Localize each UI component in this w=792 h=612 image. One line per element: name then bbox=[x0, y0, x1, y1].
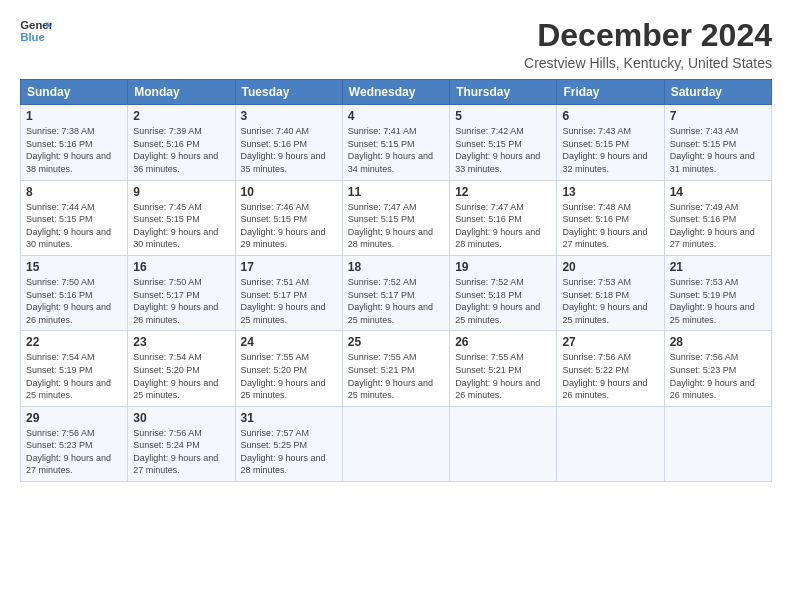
day-number: 30 bbox=[133, 411, 229, 425]
daylight-label: Daylight: 9 hours and 33 minutes. bbox=[455, 151, 540, 174]
calendar-cell bbox=[664, 406, 771, 481]
sunset-label: Sunset: 5:15 PM bbox=[670, 139, 737, 149]
sunset-label: Sunset: 5:17 PM bbox=[241, 290, 308, 300]
day-number: 11 bbox=[348, 185, 444, 199]
sunset-label: Sunset: 5:16 PM bbox=[562, 214, 629, 224]
daylight-label: Daylight: 9 hours and 25 minutes. bbox=[241, 302, 326, 325]
day-info: Sunrise: 7:40 AM Sunset: 5:16 PM Dayligh… bbox=[241, 125, 337, 175]
sunrise-label: Sunrise: 7:50 AM bbox=[133, 277, 202, 287]
calendar-cell: 5 Sunrise: 7:42 AM Sunset: 5:15 PM Dayli… bbox=[450, 105, 557, 180]
daylight-label: Daylight: 9 hours and 25 minutes. bbox=[26, 378, 111, 401]
day-info: Sunrise: 7:50 AM Sunset: 5:16 PM Dayligh… bbox=[26, 276, 122, 326]
sunset-label: Sunset: 5:15 PM bbox=[241, 214, 308, 224]
sunset-label: Sunset: 5:21 PM bbox=[348, 365, 415, 375]
day-info: Sunrise: 7:54 AM Sunset: 5:19 PM Dayligh… bbox=[26, 351, 122, 401]
calendar-cell: 28 Sunrise: 7:56 AM Sunset: 5:23 PM Dayl… bbox=[664, 331, 771, 406]
day-number: 18 bbox=[348, 260, 444, 274]
sunrise-label: Sunrise: 7:56 AM bbox=[562, 352, 631, 362]
calendar-cell bbox=[450, 406, 557, 481]
sunrise-label: Sunrise: 7:44 AM bbox=[26, 202, 95, 212]
sunrise-label: Sunrise: 7:56 AM bbox=[133, 428, 202, 438]
daylight-label: Daylight: 9 hours and 31 minutes. bbox=[670, 151, 755, 174]
day-number: 21 bbox=[670, 260, 766, 274]
main-title: December 2024 bbox=[524, 18, 772, 53]
day-info: Sunrise: 7:41 AM Sunset: 5:15 PM Dayligh… bbox=[348, 125, 444, 175]
svg-text:Blue: Blue bbox=[20, 31, 45, 43]
daylight-label: Daylight: 9 hours and 27 minutes. bbox=[670, 227, 755, 250]
calendar-cell: 20 Sunrise: 7:53 AM Sunset: 5:18 PM Dayl… bbox=[557, 255, 664, 330]
day-info: Sunrise: 7:56 AM Sunset: 5:24 PM Dayligh… bbox=[133, 427, 229, 477]
sunrise-label: Sunrise: 7:47 AM bbox=[455, 202, 524, 212]
day-number: 14 bbox=[670, 185, 766, 199]
col-tuesday: Tuesday bbox=[235, 80, 342, 105]
day-info: Sunrise: 7:43 AM Sunset: 5:15 PM Dayligh… bbox=[670, 125, 766, 175]
calendar-cell: 14 Sunrise: 7:49 AM Sunset: 5:16 PM Dayl… bbox=[664, 180, 771, 255]
day-info: Sunrise: 7:48 AM Sunset: 5:16 PM Dayligh… bbox=[562, 201, 658, 251]
day-number: 27 bbox=[562, 335, 658, 349]
calendar-cell: 16 Sunrise: 7:50 AM Sunset: 5:17 PM Dayl… bbox=[128, 255, 235, 330]
sunset-label: Sunset: 5:17 PM bbox=[348, 290, 415, 300]
sunset-label: Sunset: 5:18 PM bbox=[562, 290, 629, 300]
sunset-label: Sunset: 5:15 PM bbox=[348, 139, 415, 149]
day-number: 24 bbox=[241, 335, 337, 349]
sunset-label: Sunset: 5:19 PM bbox=[26, 365, 93, 375]
day-info: Sunrise: 7:53 AM Sunset: 5:18 PM Dayligh… bbox=[562, 276, 658, 326]
sunset-label: Sunset: 5:16 PM bbox=[133, 139, 200, 149]
daylight-label: Daylight: 9 hours and 27 minutes. bbox=[26, 453, 111, 476]
daylight-label: Daylight: 9 hours and 30 minutes. bbox=[133, 227, 218, 250]
col-sunday: Sunday bbox=[21, 80, 128, 105]
day-info: Sunrise: 7:44 AM Sunset: 5:15 PM Dayligh… bbox=[26, 201, 122, 251]
day-info: Sunrise: 7:43 AM Sunset: 5:15 PM Dayligh… bbox=[562, 125, 658, 175]
daylight-label: Daylight: 9 hours and 32 minutes. bbox=[562, 151, 647, 174]
calendar-cell: 23 Sunrise: 7:54 AM Sunset: 5:20 PM Dayl… bbox=[128, 331, 235, 406]
calendar-cell: 18 Sunrise: 7:52 AM Sunset: 5:17 PM Dayl… bbox=[342, 255, 449, 330]
daylight-label: Daylight: 9 hours and 36 minutes. bbox=[133, 151, 218, 174]
sunrise-label: Sunrise: 7:50 AM bbox=[26, 277, 95, 287]
day-info: Sunrise: 7:54 AM Sunset: 5:20 PM Dayligh… bbox=[133, 351, 229, 401]
calendar-week-3: 15 Sunrise: 7:50 AM Sunset: 5:16 PM Dayl… bbox=[21, 255, 772, 330]
calendar-cell: 6 Sunrise: 7:43 AM Sunset: 5:15 PM Dayli… bbox=[557, 105, 664, 180]
sunrise-label: Sunrise: 7:56 AM bbox=[26, 428, 95, 438]
col-monday: Monday bbox=[128, 80, 235, 105]
sunset-label: Sunset: 5:21 PM bbox=[455, 365, 522, 375]
sunrise-label: Sunrise: 7:55 AM bbox=[455, 352, 524, 362]
day-info: Sunrise: 7:52 AM Sunset: 5:17 PM Dayligh… bbox=[348, 276, 444, 326]
sunset-label: Sunset: 5:16 PM bbox=[26, 290, 93, 300]
sunrise-label: Sunrise: 7:46 AM bbox=[241, 202, 310, 212]
calendar-cell: 11 Sunrise: 7:47 AM Sunset: 5:15 PM Dayl… bbox=[342, 180, 449, 255]
daylight-label: Daylight: 9 hours and 25 minutes. bbox=[133, 378, 218, 401]
calendar-cell: 12 Sunrise: 7:47 AM Sunset: 5:16 PM Dayl… bbox=[450, 180, 557, 255]
daylight-label: Daylight: 9 hours and 27 minutes. bbox=[133, 453, 218, 476]
sunrise-label: Sunrise: 7:39 AM bbox=[133, 126, 202, 136]
sunset-label: Sunset: 5:17 PM bbox=[133, 290, 200, 300]
day-info: Sunrise: 7:55 AM Sunset: 5:20 PM Dayligh… bbox=[241, 351, 337, 401]
day-number: 17 bbox=[241, 260, 337, 274]
daylight-label: Daylight: 9 hours and 30 minutes. bbox=[26, 227, 111, 250]
sunrise-label: Sunrise: 7:41 AM bbox=[348, 126, 417, 136]
calendar-header-row: Sunday Monday Tuesday Wednesday Thursday… bbox=[21, 80, 772, 105]
col-wednesday: Wednesday bbox=[342, 80, 449, 105]
daylight-label: Daylight: 9 hours and 35 minutes. bbox=[241, 151, 326, 174]
sunset-label: Sunset: 5:20 PM bbox=[133, 365, 200, 375]
sunset-label: Sunset: 5:23 PM bbox=[26, 440, 93, 450]
calendar-cell: 22 Sunrise: 7:54 AM Sunset: 5:19 PM Dayl… bbox=[21, 331, 128, 406]
calendar-cell bbox=[557, 406, 664, 481]
calendar-cell: 8 Sunrise: 7:44 AM Sunset: 5:15 PM Dayli… bbox=[21, 180, 128, 255]
calendar-week-4: 22 Sunrise: 7:54 AM Sunset: 5:19 PM Dayl… bbox=[21, 331, 772, 406]
calendar-week-1: 1 Sunrise: 7:38 AM Sunset: 5:16 PM Dayli… bbox=[21, 105, 772, 180]
calendar-cell bbox=[342, 406, 449, 481]
calendar-cell: 26 Sunrise: 7:55 AM Sunset: 5:21 PM Dayl… bbox=[450, 331, 557, 406]
sunset-label: Sunset: 5:25 PM bbox=[241, 440, 308, 450]
day-info: Sunrise: 7:39 AM Sunset: 5:16 PM Dayligh… bbox=[133, 125, 229, 175]
calendar-cell: 27 Sunrise: 7:56 AM Sunset: 5:22 PM Dayl… bbox=[557, 331, 664, 406]
sunset-label: Sunset: 5:23 PM bbox=[670, 365, 737, 375]
calendar-cell: 10 Sunrise: 7:46 AM Sunset: 5:15 PM Dayl… bbox=[235, 180, 342, 255]
calendar-cell: 29 Sunrise: 7:56 AM Sunset: 5:23 PM Dayl… bbox=[21, 406, 128, 481]
sunset-label: Sunset: 5:16 PM bbox=[455, 214, 522, 224]
day-number: 8 bbox=[26, 185, 122, 199]
day-info: Sunrise: 7:56 AM Sunset: 5:23 PM Dayligh… bbox=[670, 351, 766, 401]
calendar-cell: 17 Sunrise: 7:51 AM Sunset: 5:17 PM Dayl… bbox=[235, 255, 342, 330]
sunrise-label: Sunrise: 7:57 AM bbox=[241, 428, 310, 438]
daylight-label: Daylight: 9 hours and 28 minutes. bbox=[348, 227, 433, 250]
calendar-cell: 21 Sunrise: 7:53 AM Sunset: 5:19 PM Dayl… bbox=[664, 255, 771, 330]
